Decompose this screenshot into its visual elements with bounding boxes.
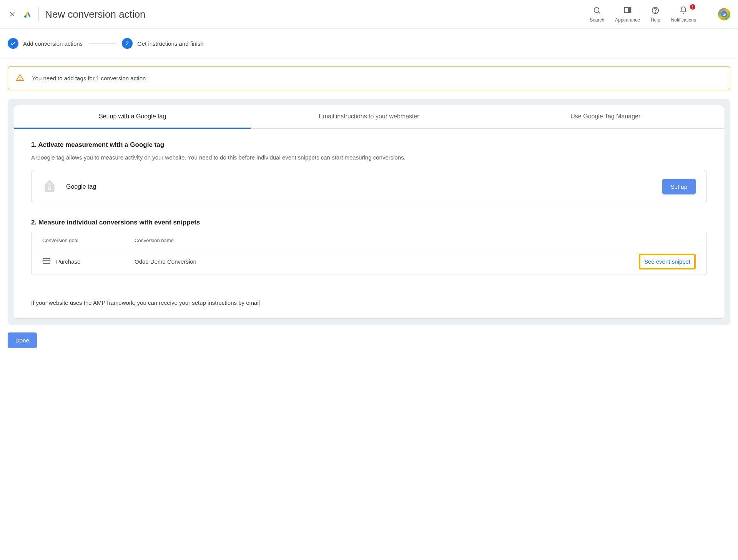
- svg-rect-6: [628, 8, 630, 13]
- goal-text: Purchase: [56, 258, 80, 265]
- divider: [31, 290, 707, 290]
- appearance-label: Appearance: [615, 17, 640, 23]
- content: You need to add tags for 1 conversion ac…: [0, 58, 738, 356]
- step-2-label: Get instructions and finish: [137, 40, 204, 47]
- card-outer: Set up with a Google tag Email instructi…: [8, 99, 730, 325]
- see-event-snippet-link[interactable]: See event snippet: [639, 254, 696, 269]
- google-tag-label: Google tag: [66, 183, 96, 190]
- section-2-title: 2. Measure individual conversions with e…: [31, 219, 707, 226]
- svg-point-13: [49, 183, 51, 185]
- search-icon: [592, 6, 602, 15]
- section-1-desc: A Google tag allows you to measure activ…: [31, 154, 707, 161]
- tab-google-tag[interactable]: Set up with a Google tag: [14, 105, 251, 129]
- setup-button[interactable]: Set up: [662, 179, 696, 194]
- svg-point-12: [20, 79, 20, 80]
- appearance-icon: [623, 6, 632, 15]
- help-icon: [651, 6, 660, 15]
- tabs: Set up with a Google tag Email instructi…: [14, 105, 724, 129]
- alert-banner: You need to add tags for 1 conversion ac…: [8, 66, 730, 90]
- svg-text:G: G: [48, 186, 52, 191]
- tab-email[interactable]: Email instructions to your webmaster: [251, 105, 487, 128]
- alert-text: You need to add tags for 1 conversion ac…: [32, 75, 146, 81]
- main-card: Set up with a Google tag Email instructi…: [14, 105, 724, 319]
- help-action[interactable]: Help: [651, 6, 660, 23]
- divider: [38, 7, 39, 21]
- card-body: 1. Activate measurement with a Google ta…: [14, 129, 724, 318]
- header-right: Search Appearance Help ! Notifications G: [590, 6, 730, 23]
- step-2-circle: 2: [122, 38, 133, 49]
- step-2: 2 Get instructions and finish: [122, 38, 204, 49]
- search-label: Search: [590, 17, 604, 23]
- page-title: New conversion action: [45, 8, 146, 20]
- bell-icon: [679, 6, 688, 15]
- done-button[interactable]: Done: [8, 332, 37, 348]
- amp-note: If your website uses the AMP framework, …: [31, 299, 707, 306]
- notifications-action[interactable]: ! Notifications: [671, 6, 696, 23]
- divider: [707, 7, 707, 21]
- conversions-table: Conversion goal Conversion name Purchase…: [31, 232, 707, 274]
- google-tag-box: G Google tag Set up: [31, 170, 707, 203]
- warning-icon: [16, 73, 24, 83]
- svg-point-3: [594, 8, 599, 13]
- stepper: Add conversion actions 2 Get instruction…: [0, 29, 738, 58]
- avatar-icon: G: [720, 10, 728, 18]
- step-connector: [89, 43, 116, 44]
- section-1-title: 1. Activate measurement with a Google ta…: [31, 141, 707, 149]
- table-row: Purchase Odoo Demo Conversion See event …: [32, 249, 706, 274]
- header-left: New conversion action: [8, 7, 146, 21]
- step-1-circle: [8, 38, 18, 49]
- td-name: Odoo Demo Conversion: [135, 258, 639, 265]
- tab-gtm[interactable]: Use Google Tag Manager: [487, 105, 724, 128]
- user-avatar[interactable]: G: [718, 8, 730, 20]
- appearance-action[interactable]: Appearance: [615, 6, 640, 23]
- step-1-label: Add conversion actions: [23, 40, 83, 47]
- th-name: Conversion name: [135, 238, 696, 243]
- header: New conversion action Search Appearance …: [0, 0, 738, 29]
- svg-line-4: [598, 12, 600, 14]
- td-action: See event snippet: [639, 258, 696, 265]
- close-button[interactable]: [8, 10, 17, 19]
- svg-point-8: [655, 12, 656, 12]
- close-icon: [8, 10, 16, 18]
- svg-text:G: G: [722, 12, 726, 17]
- svg-point-2: [24, 15, 27, 18]
- google-ads-logo-icon: [23, 10, 32, 19]
- th-goal: Conversion goal: [42, 238, 135, 243]
- notifications-label: Notifications: [671, 17, 696, 23]
- check-icon: [10, 40, 16, 47]
- search-action[interactable]: Search: [590, 6, 604, 23]
- tag-icon: G: [42, 179, 57, 194]
- td-goal: Purchase: [42, 257, 135, 266]
- help-label: Help: [651, 17, 660, 23]
- step-1[interactable]: Add conversion actions: [8, 38, 83, 49]
- table-header: Conversion goal Conversion name: [32, 232, 706, 249]
- notification-badge: !: [690, 4, 695, 10]
- credit-card-icon: [42, 257, 51, 266]
- svg-rect-15: [43, 259, 50, 264]
